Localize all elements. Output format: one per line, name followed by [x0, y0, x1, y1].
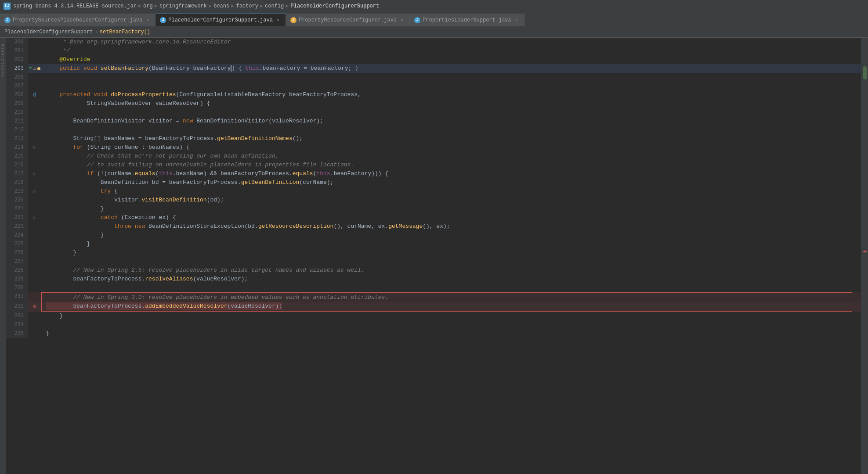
line-content: String[] beanNames = beanFactoryToProces…	[41, 134, 861, 143]
line-gutter	[28, 152, 41, 161]
yellow-dot	[37, 67, 40, 70]
line-content: try {	[41, 187, 861, 196]
tab-icon-4: J	[414, 17, 420, 23]
line-num: 223	[6, 222, 28, 231]
code-line-203: 203 ➤ ⚠ public void setBeanFactory(BeanF…	[6, 64, 861, 73]
line-content: }	[41, 231, 861, 240]
code-line: 202 @Override	[6, 55, 861, 64]
fold-icon[interactable]: ▷	[33, 143, 36, 152]
code-line: 223 throw new BeanDefinitionStoreExcepti…	[6, 222, 861, 231]
line-content	[41, 126, 861, 134]
line-num: 219	[6, 187, 28, 196]
code-line: 230	[6, 284, 861, 292]
fold-icon[interactable]: ▷	[33, 187, 36, 196]
line-content	[41, 73, 861, 82]
line-content: // New in Spring 2.5: resolve placeholde…	[41, 266, 861, 275]
line-num: 220	[6, 196, 28, 205]
code-line: 233 }	[6, 312, 861, 320]
line-content: beanFactoryToProcess.addEmbeddedValueRes…	[41, 302, 852, 312]
tab-placeholderconfigurersupport[interactable]: J PlaceholderConfigurerSupport.java ✕	[156, 14, 286, 26]
code-line: 227	[6, 257, 861, 266]
line-num: 210	[6, 108, 28, 117]
nav-breadcrumb: PlaceholderConfigurerSupport › setBeanFa…	[0, 26, 868, 38]
line-content: beanFactoryToProcess.resolveAliases(valu…	[41, 275, 861, 284]
code-line: 213 String[] beanNames = beanFactoryToPr…	[6, 134, 861, 143]
line-gutter	[28, 47, 41, 55]
line-num: 227	[6, 257, 28, 266]
arrow-icon: ➤	[29, 64, 33, 73]
tab-propertyresourceconfigurer[interactable]: J PropertyResourceConfigurer.java ✕	[286, 14, 410, 26]
line-gutter	[28, 275, 41, 284]
line-gutter	[28, 248, 41, 257]
tab-close-1[interactable]: ✕	[145, 17, 151, 23]
nav-method[interactable]: setBeanFactory()	[100, 29, 150, 35]
line-num: 228	[6, 266, 28, 275]
line-gutter	[28, 266, 41, 275]
code-line: 214 ▷ for (String curName : beanNames) {	[6, 143, 861, 152]
line-gutter	[28, 312, 41, 320]
line-num: 221	[6, 205, 28, 213]
line-gutter	[28, 205, 41, 213]
code-line: 217 ▷ if (!(curName.equals(this.beanName…	[6, 169, 861, 178]
code-line: 200 * @see org.springframework.core.io.R…	[6, 38, 861, 47]
title-breadcrumb: spring-beans-4.3.14.RELEASE-sources.jar …	[13, 3, 379, 9]
tab-propertiesloadersupport[interactable]: J PropertiesLoaderSupport.java ✕	[410, 14, 524, 26]
line-gutter	[28, 99, 41, 108]
nav-class[interactable]: PlaceholderConfigurerSupport	[4, 29, 93, 35]
line-num: 211	[6, 117, 28, 126]
code-line: 207	[6, 82, 861, 90]
line-num: 207	[6, 82, 28, 90]
code-line: 208 @ protected void doProcessProperties…	[6, 90, 861, 99]
error-icon: ⊗	[33, 302, 36, 311]
line-gutter	[28, 117, 41, 126]
line-gutter: ▷	[28, 143, 41, 152]
code-line: 228 // New in Spring 2.5: resolve placeh…	[6, 266, 861, 275]
line-content: public void setBeanFactory(BeanFactory b…	[41, 64, 861, 73]
line-gutter	[28, 240, 41, 248]
code-line: 225 }	[6, 240, 861, 248]
tab-label-1: PropertySourcesPlaceholderConfigurer.jav…	[13, 17, 142, 23]
line-num: 230	[6, 284, 28, 292]
code-line: 220 visitor.visitBeanDefinition(bd);	[6, 196, 861, 205]
line-content: }	[41, 205, 861, 213]
line-gutter: ▷	[28, 213, 41, 222]
line-gutter: ▷	[28, 187, 41, 196]
bc-class: PlaceholderConfigurerSupport	[291, 3, 380, 9]
fold-icon[interactable]: ▷	[33, 213, 36, 222]
line-gutter: ▷	[28, 169, 41, 178]
title-bar: IJ spring-beans-4.3.14.RELEASE-sources.j…	[0, 0, 868, 12]
line-num: 229	[6, 275, 28, 284]
scroll-thumb[interactable]	[863, 66, 867, 79]
line-content: visitor.visitBeanDefinition(bd);	[41, 196, 861, 205]
tab-propertysources[interactable]: J PropertySourcesPlaceholderConfigurer.j…	[0, 14, 156, 26]
line-num: 222	[6, 213, 28, 222]
editor-area[interactable]: 200 * @see org.springframework.core.io.R…	[6, 38, 861, 474]
tab-icon-3: J	[290, 17, 297, 23]
line-num: 200	[6, 38, 28, 47]
code-line: 219 ▷ try {	[6, 187, 861, 196]
line-gutter	[28, 82, 41, 90]
fold-icon[interactable]: ▷	[33, 169, 36, 178]
main-layout: Persistence 200 * @see org.springframewo…	[0, 38, 868, 474]
line-content: catch (Exception ex) {	[41, 213, 861, 222]
line-gutter	[28, 222, 41, 231]
line-content	[41, 284, 861, 292]
tab-close-4[interactable]: ✕	[514, 17, 520, 23]
code-line: 235 }	[6, 329, 861, 338]
code-line: 216 // to avoid failing on unresolvable …	[6, 161, 861, 169]
line-num: 226	[6, 248, 28, 257]
tab-label-2: PlaceholderConfigurerSupport.java	[168, 17, 273, 23]
line-content: throw new BeanDefinitionStoreException(b…	[41, 222, 861, 231]
line-num: 203	[6, 64, 28, 73]
code-line: 222 ▷ catch (Exception ex) {	[6, 213, 861, 222]
code-line: 224 }	[6, 231, 861, 240]
left-side-icons: Persistence	[0, 38, 6, 474]
bc-springframework: springframework	[159, 3, 207, 9]
line-content	[41, 108, 861, 117]
tab-close-3[interactable]: ✕	[399, 17, 405, 23]
line-gutter	[28, 134, 41, 143]
line-num: 233	[6, 312, 28, 320]
tab-close-2[interactable]: ✕	[275, 17, 281, 23]
line-content: }	[41, 248, 861, 257]
scrollbar[interactable]	[862, 40, 868, 303]
